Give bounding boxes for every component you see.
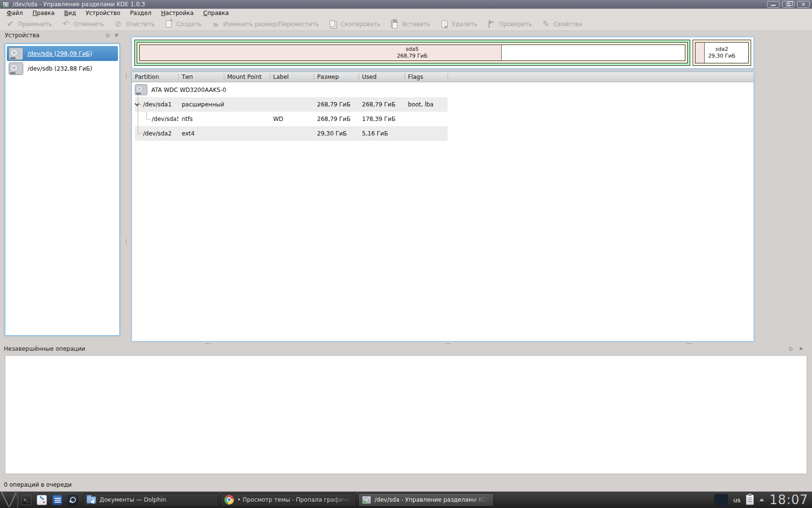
new-partition-icon: + [164, 19, 173, 29]
hard-disk-icon [9, 62, 23, 75]
partition-manager-window: /dev/sda - Управление разделами KDE 1.0.… [0, 0, 812, 508]
tree-line [146, 119, 151, 120]
column-header-mount-point[interactable]: Mount Point [224, 72, 270, 82]
cell-mount [224, 126, 270, 141]
pending-operations-list[interactable] [5, 355, 807, 474]
cell-size: 268,79 ГиБ [314, 97, 359, 112]
column-header-spacer [448, 72, 754, 82]
cell-used: 178,39 ГиБ [359, 112, 405, 126]
menu-item-help[interactable]: Справка [199, 9, 234, 17]
toolbar-button-paste[interactable]: Вставить [390, 19, 430, 29]
menu-item-partition[interactable]: Раздел [125, 9, 156, 17]
toolbar-button-resize-move[interactable]: »Изменить размер/Переместить [211, 19, 319, 29]
partition-block-sda5[interactable]: sda5268,79 ГиБ [137, 42, 688, 63]
toolbar-button-clear[interactable]: ⊘Очистить [114, 19, 155, 29]
cell-label [270, 126, 314, 141]
minimize-button[interactable] [767, 1, 780, 8]
column-header-label[interactable]: Label [270, 72, 314, 82]
column-header-размер[interactable]: Размер [314, 72, 359, 82]
partition-size: 29,30 ГиБ [708, 53, 735, 60]
writer-launcher-icon[interactable] [52, 495, 62, 505]
minimize-icon [771, 5, 776, 6]
toolbar: ✔Применить↶Отменить⊘Очистить+Создать»Изм… [0, 17, 812, 31]
partition-row-sda1[interactable]: /dev/sda1расширенный268,79 ГиБ268,79 ГиБ… [135, 97, 448, 112]
menu-item-device[interactable]: Устройство [81, 9, 125, 17]
column-header-partition[interactable]: Partition [135, 72, 178, 82]
menu-accel: В [64, 10, 68, 16]
keyboard-layout-indicator[interactable]: us [733, 496, 740, 504]
distro-logo-icon [0, 492, 21, 508]
titlebar[interactable]: /dev/sda - Управление разделами KDE 1.0.… [0, 0, 812, 9]
cell-partition: /dev/sda5 [135, 112, 178, 126]
tree-line [146, 112, 147, 119]
app-disk-icon [2, 1, 9, 8]
taskbar-task-partition-manager[interactable]: /dev/sda - Управление разделами KDE 1 [358, 493, 494, 507]
device-item-sdb[interactable]: /dev/sdb (232,88 ГиБ) [7, 61, 118, 76]
partition-block-sda2[interactable]: sda229,30 ГиБ [693, 40, 751, 66]
device-row-disk[interactable]: ATA WDC WD3200AAKS-0 [135, 82, 448, 97]
splitter-grip[interactable] [126, 74, 127, 79]
partition-bar: sda5268,79 ГиБsda229,30 ГиБ [132, 37, 754, 68]
menu-item-edit[interactable]: Правка [28, 9, 59, 17]
partition-row-sda5[interactable]: /dev/sda5ntfsWD268,79 ГиБ178,39 ГиБ [135, 112, 448, 126]
window-buttons: × [767, 1, 810, 8]
partition-label: sda229,30 ГиБ [696, 43, 748, 63]
toolbar-button-delete[interactable]: Удалить [440, 19, 478, 29]
cell-flags: boot, lba [405, 97, 448, 112]
menu-item-file[interactable]: Файл [2, 9, 28, 17]
paint-launcher-icon[interactable] [37, 495, 47, 505]
operations-dock-title: Незавершённые операции [4, 345, 85, 352]
maximize-button[interactable] [782, 1, 795, 8]
extended-partition-sda1[interactable]: sda5268,79 ГиБ [134, 40, 690, 66]
column-header-flags[interactable]: Flags [405, 72, 448, 82]
menu-item-settings[interactable]: Настройка [156, 9, 198, 17]
devices-panel: /dev/sda (298,09 ГиБ) /dev/sdb (232,88 Г… [5, 44, 120, 336]
cell-flags [405, 112, 448, 126]
cell-used: 5,16 ГиБ [359, 126, 405, 141]
toolbar-button-label: Проверить [499, 21, 532, 28]
toolbar-button-new[interactable]: +Создать [164, 19, 202, 29]
copy-icon [330, 20, 335, 27]
devices-dock-float-button[interactable]: ◇ [104, 31, 111, 38]
splitter-grip[interactable] [126, 239, 127, 244]
device-item-sda[interactable]: /dev/sda (298,09 ГиБ) [7, 46, 118, 61]
toolbar-button-apply[interactable]: ✔Применить [6, 19, 52, 29]
konsole-launcher-icon[interactable]: >_ [21, 495, 31, 505]
operations-dock-float-button[interactable]: ◇ [787, 345, 794, 352]
task-label: • Просмотр темы - Пропала графическа [237, 496, 352, 503]
close-icon: × [801, 1, 806, 7]
partition-manager-icon [362, 496, 371, 504]
close-button[interactable]: × [797, 1, 810, 8]
splitter-grip[interactable] [686, 343, 691, 344]
clock[interactable]: 18:07 [769, 493, 808, 507]
cell-mount [224, 97, 270, 112]
toolbar-button-properties[interactable]: ✎Свойства [541, 19, 582, 29]
maximize-icon [786, 3, 790, 6]
toolbar-button-check[interactable]: Проверить [487, 19, 532, 29]
task-label: /dev/sda - Управление разделами KDE 1 [375, 496, 490, 503]
splitter-grip[interactable] [446, 343, 450, 344]
toolbar-button-undo[interactable]: ↶Отменить [62, 19, 104, 29]
operations-dock-close-button[interactable]: × [798, 345, 804, 352]
partition-size: 268,79 ГиБ [397, 53, 427, 60]
new-partition-icon: + [166, 20, 172, 28]
menubar: ФайлПравкаВидУстройствоРазделНастройкаСп… [0, 9, 812, 17]
device-row-label: ATA WDC WD3200AAKS-0 [151, 87, 226, 93]
toolbar-button-label: Создать [176, 21, 202, 28]
toolbar-button-copy[interactable]: Скопировать [329, 19, 380, 29]
menu-item-view[interactable]: Вид [59, 9, 81, 17]
taskbar-task-chromium[interactable]: • Просмотр темы - Пропала графическа [220, 493, 356, 507]
display-settings-icon[interactable] [714, 494, 728, 506]
klipper-clipboard-icon[interactable] [746, 494, 754, 505]
tray-expand-arrow-icon[interactable] [759, 498, 764, 501]
column-header-тип[interactable]: Тип [178, 72, 224, 82]
cell-size: 29,30 ГиБ [314, 126, 359, 141]
devices-dock-close-button[interactable]: × [113, 31, 120, 38]
partition-name: sda2 [715, 46, 728, 53]
steam-launcher-icon[interactable] [68, 495, 78, 505]
splitter-grip[interactable] [205, 343, 210, 344]
taskbar-task-dolphin[interactable]: Документы — Dolphin [83, 493, 218, 507]
apply-check-icon: ✔ [6, 19, 14, 29]
column-header-used[interactable]: Used [359, 72, 405, 82]
partition-row-sda2[interactable]: /dev/sda2ext429,30 ГиБ5,16 ГиБ [135, 126, 448, 141]
